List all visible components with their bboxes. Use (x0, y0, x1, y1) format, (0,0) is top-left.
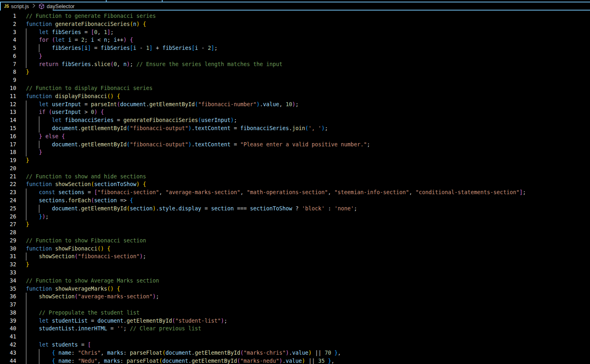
line-number[interactable]: 33 (0, 269, 16, 277)
line-number[interactable]: 10 (0, 84, 16, 92)
code-line[interactable]: 19} (0, 156, 590, 165)
code-line[interactable]: 42 let students = [ (0, 341, 590, 349)
line-number[interactable]: 14 (0, 116, 16, 124)
line-number[interactable]: 29 (0, 237, 16, 245)
code-line[interactable]: 40 studentList.innerHTML = ''; // Clear … (0, 325, 590, 333)
code-line[interactable]: 13 if (userInput > 0) { (0, 108, 590, 116)
code-line[interactable]: 2function generateFibonacciSeries(n) { (0, 20, 590, 28)
code-line[interactable]: 26 }); (0, 213, 590, 221)
line-number[interactable]: 3 (0, 28, 16, 36)
code-line[interactable]: 3 let fibSeries = [0, 1]; (0, 28, 590, 36)
line-number[interactable]: 24 (0, 197, 16, 205)
code-line[interactable]: 4 for (let i = 2; i < n; i++) { (0, 36, 590, 44)
code-line[interactable]: 7 return fibSeries.slice(0, n); // Ensur… (0, 60, 590, 69)
code-line[interactable]: 28 (0, 229, 590, 237)
code-line[interactable]: 11function displayFibonacci() { (0, 92, 590, 101)
line-number[interactable]: 40 (0, 325, 16, 333)
code-line[interactable]: 15 document.getElementById("fibonacci-ou… (0, 124, 590, 133)
code-line[interactable]: 10// Function to display Fibonacci serie… (0, 84, 590, 92)
code-line[interactable]: 21// Function to show and hide sections (0, 173, 590, 181)
code-line[interactable]: 41 (0, 333, 590, 341)
code-line[interactable]: 33 (0, 269, 590, 277)
code-line[interactable]: 8} (0, 68, 590, 76)
code-line[interactable]: 23 const sections = ["fibonacci-section"… (0, 188, 590, 197)
code-line[interactable]: 32} (0, 261, 590, 269)
breadcrumb-item-symbol[interactable]: daySelector (39, 3, 75, 9)
indent-guide (26, 52, 26, 60)
code-text: fibSeries[i] = fibSeries[i - 1] + fibSer… (26, 44, 218, 52)
code-text: let students = [ (26, 341, 91, 349)
line-number[interactable]: 12 (0, 101, 16, 109)
indent-guide (26, 116, 26, 124)
line-number[interactable]: 20 (0, 165, 16, 173)
line-number[interactable]: 21 (0, 173, 16, 181)
line-number[interactable]: 19 (0, 156, 16, 165)
line-number[interactable]: 37 (0, 301, 16, 309)
line-number[interactable]: 15 (0, 124, 16, 133)
line-number[interactable]: 6 (0, 52, 16, 60)
line-number[interactable]: 9 (0, 76, 16, 84)
line-number[interactable]: 32 (0, 261, 16, 269)
line-number[interactable]: 28 (0, 229, 16, 237)
line-number[interactable]: 26 (0, 213, 16, 221)
code-line[interactable]: 9 (0, 76, 590, 84)
code-line[interactable]: 12 let userInput = parseInt(document.get… (0, 101, 590, 109)
indent-guide (26, 188, 26, 197)
line-number[interactable]: 8 (0, 68, 16, 76)
code-line[interactable]: 5 fibSeries[i] = fibSeries[i - 1] + fibS… (0, 44, 590, 52)
line-number[interactable]: 4 (0, 36, 16, 44)
code-text: showSection("average-marks-section"); (26, 293, 159, 301)
line-number[interactable]: 30 (0, 245, 16, 253)
line-number[interactable]: 7 (0, 60, 16, 69)
code-line[interactable]: 14 let fibonacciSeries = generateFibonac… (0, 116, 590, 124)
line-number[interactable]: 18 (0, 148, 16, 156)
line-number[interactable]: 11 (0, 92, 16, 101)
code-line[interactable]: 29// Function to show Fibonacci section (0, 237, 590, 245)
line-number[interactable]: 43 (0, 349, 16, 357)
code-line[interactable]: 35function showAverageMarks() { (0, 285, 590, 293)
code-line[interactable]: 6 } (0, 52, 590, 60)
line-number[interactable]: 25 (0, 205, 16, 213)
code-line[interactable]: 16 } else { (0, 133, 590, 141)
line-number[interactable]: 22 (0, 180, 16, 188)
line-number[interactable]: 39 (0, 317, 16, 325)
line-number[interactable]: 41 (0, 333, 16, 341)
line-number[interactable]: 1 (0, 12, 16, 20)
line-number[interactable]: 34 (0, 277, 16, 285)
code-line[interactable]: 38 // Prepopulate the student list (0, 309, 590, 317)
code-line[interactable]: 34// Function to show Average Marks sect… (0, 277, 590, 285)
indent-guide (26, 341, 26, 349)
line-number[interactable]: 27 (0, 221, 16, 229)
tab-separator-tick (162, 0, 163, 2)
code-line[interactable]: 1// Function to generate Fibonacci serie… (0, 12, 590, 20)
indent-guide (26, 253, 26, 261)
code-line[interactable]: 30function showFibonacci() { (0, 245, 590, 253)
line-number[interactable]: 5 (0, 44, 16, 52)
code-line[interactable]: 31 showSection("fibonacci-section"); (0, 253, 590, 261)
line-number[interactable]: 17 (0, 141, 16, 149)
code-line[interactable]: 25 document.getElementById(section).styl… (0, 205, 590, 213)
code-line[interactable]: 17 document.getElementById("fibonacci-ou… (0, 141, 590, 149)
line-number[interactable]: 35 (0, 285, 16, 293)
code-line[interactable]: 37 (0, 301, 590, 309)
line-number[interactable]: 38 (0, 309, 16, 317)
line-number[interactable]: 16 (0, 133, 16, 141)
code-line[interactable]: 44 { name: "Nedu", marks: parseFloat(doc… (0, 357, 590, 364)
line-number[interactable]: 36 (0, 293, 16, 301)
code-text: document.getElementById("fibonacci-outpu… (26, 141, 370, 149)
code-line[interactable]: 39 let studentList = document.getElement… (0, 317, 590, 325)
line-number[interactable]: 44 (0, 357, 16, 364)
line-number[interactable]: 23 (0, 188, 16, 197)
code-line[interactable]: 36 showSection("average-marks-section"); (0, 293, 590, 301)
code-line[interactable]: 18 } (0, 148, 590, 156)
line-number[interactable]: 2 (0, 20, 16, 28)
code-line[interactable]: 27} (0, 221, 590, 229)
line-number[interactable]: 42 (0, 341, 16, 349)
line-number[interactable]: 13 (0, 108, 16, 116)
code-line[interactable]: 20 (0, 165, 590, 173)
code-line[interactable]: 22function showSection(sectionToShow) { (0, 180, 590, 188)
code-line[interactable]: 24 sections.forEach(section => { (0, 197, 590, 205)
breadcrumb-item-file[interactable]: JS script.js (4, 3, 29, 9)
line-number[interactable]: 31 (0, 253, 16, 261)
code-line[interactable]: 43 { name: "Chris", marks: parseFloat(do… (0, 349, 590, 357)
